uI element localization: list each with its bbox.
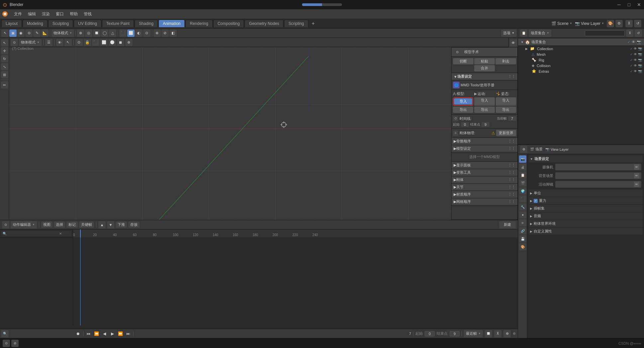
ext-eye[interactable]: 👁 (634, 69, 637, 73)
sync-dropdown[interactable]: 最近帧 ▼ (464, 330, 483, 337)
motion-import-btn[interactable]: 导入 (474, 97, 494, 106)
tab-uv-editing[interactable]: UV Editing (74, 20, 101, 27)
outliner-search-input[interactable] (585, 30, 625, 36)
mat2-icon[interactable]: ⬜ (100, 39, 108, 46)
sync-icon[interactable]: ↺ (634, 20, 641, 27)
cursor-tool-icon[interactable]: ↖ (1, 30, 9, 37)
props-world-icon[interactable]: 🌍 (519, 187, 526, 195)
tl-snap-icon[interactable]: 🔲 (485, 330, 492, 337)
clip-value[interactable]: ✏ (555, 181, 641, 188)
tl-new-icon[interactable]: 新建 (499, 221, 516, 228)
track-body[interactable] (73, 237, 518, 325)
col-cam[interactable]: 📷 (638, 64, 642, 67)
tl-search-icon[interactable]: 🔍 (1, 330, 9, 337)
sc-eye-icon[interactable]: 👁 (632, 40, 635, 44)
rig-cam[interactable]: 📷 (638, 58, 642, 62)
viewlayer-selector[interactable]: 📷 View Layer ▼ (575, 21, 604, 26)
props-physics-icon[interactable]: ⚛ (519, 219, 526, 226)
tab-texture-paint[interactable]: Texture Paint (102, 20, 134, 27)
xray-icon[interactable]: ◧ (169, 30, 177, 37)
tl-up-icon[interactable]: ▲ (98, 221, 106, 228)
unit-header[interactable]: ▶ 单位 (529, 190, 643, 197)
props-scene-icon2[interactable]: 🎬 (519, 179, 526, 187)
outliner-item-collection[interactable]: ▶ 📁 Collection ✓ 👁 📷 (518, 46, 644, 51)
rendered-icon[interactable]: ⊙ (143, 30, 151, 37)
mesh-cam[interactable]: 📷 (638, 52, 642, 56)
bone-order-header[interactable]: ▶ 骨骼顺序 ⋮⋮ (452, 138, 517, 145)
paste-btn[interactable]: 粘贴 (474, 58, 495, 64)
props-material-icon[interactable]: 🎨 (519, 243, 526, 250)
col-eye[interactable]: 👁 (634, 64, 637, 67)
props-particles-icon[interactable]: ✦ (519, 211, 526, 218)
pose-export-btn[interactable]: 导出 (496, 107, 516, 113)
cut-btn[interactable]: 切断 (453, 58, 474, 64)
tab-layout[interactable]: Layout (1, 20, 22, 27)
menu-window[interactable]: 窗口 (53, 11, 66, 18)
viewport-3d-canvas[interactable]: 用户透视 (7) Collection (9, 38, 508, 220)
start-frame-input[interactable] (425, 331, 435, 336)
props-output-icon[interactable]: 🖨 (519, 163, 526, 171)
props-mode-icon[interactable]: ⚙ (520, 146, 527, 153)
timeline-search-input[interactable] (8, 231, 58, 235)
tab-compositing[interactable]: Compositing (213, 20, 244, 27)
tl-keyframe-btn[interactable]: 关键帧 (79, 221, 94, 228)
falloff-icon[interactable]: △ (109, 30, 116, 37)
rig-eye[interactable]: 👁 (634, 58, 637, 62)
outliner-mode-dropdown[interactable]: 场景集合 ▼ (529, 30, 551, 37)
prev-frame-btn[interactable]: ◀ (101, 331, 107, 337)
cf-value[interactable]: 7 (508, 116, 516, 121)
tab-modeling[interactable]: Modeling (23, 20, 48, 27)
props-data-icon[interactable]: 💾 (519, 235, 526, 242)
scale-icon[interactable]: ⤡ (1, 63, 8, 70)
props-constraints-icon[interactable]: 🔗 (519, 227, 526, 234)
close-button[interactable]: ✕ (637, 2, 641, 7)
custom-props-header[interactable]: ▶ 自定义属性 (529, 228, 643, 235)
lock-icon[interactable]: 🔒 (84, 39, 91, 46)
pivot-icon[interactable]: ◎ (85, 30, 92, 37)
outliner-item-mesh[interactable]: △ Mesh ✓ 👁 📷 (518, 51, 644, 57)
rigid-header[interactable]: ▶ 刚体 ⋮⋮ (452, 176, 517, 184)
outliner-item-collision[interactable]: ◆ Collision ✓ 👁 📷 (518, 63, 644, 68)
ext-cam[interactable]: 📷 (638, 69, 642, 73)
move-icon[interactable]: ✛ (1, 47, 8, 54)
delete-btn[interactable]: 剥去 (495, 58, 516, 64)
ol-sync-icon[interactable]: ↺ (635, 30, 642, 37)
clip-edit-icon[interactable]: ✏ (634, 182, 639, 187)
merge-btn[interactable]: 合并 (474, 65, 495, 71)
ol-filter-icon[interactable]: ⊼ (626, 30, 633, 37)
prev-keyframe-btn[interactable]: ⏪ (93, 331, 99, 337)
render-engine-icon[interactable]: 🎨 (607, 20, 614, 27)
props-render-icon[interactable]: 📷 (519, 155, 526, 163)
update-world-btn[interactable]: 更新世界 (496, 130, 516, 136)
menu-help[interactable]: 帮助 (67, 11, 80, 18)
overlay-icon[interactable]: ⊘ (161, 30, 169, 37)
gizmo-icon[interactable]: ⊗ (154, 30, 161, 37)
props-vl-selector[interactable]: 📷 View Layer (545, 147, 569, 151)
scene-setting-header[interactable]: ▼ 场景设定 ⋮⋮ (452, 73, 517, 80)
minimize-button[interactable]: ─ (617, 2, 621, 7)
select-circle-icon[interactable]: ◉ (17, 30, 25, 37)
coll-eye[interactable]: 👁 (634, 47, 637, 50)
outliner-icon[interactable]: 📋 (520, 30, 527, 37)
cursor-icon[interactable]: ↖ (1, 39, 8, 46)
camera-persp-icon[interactable]: 👁 (510, 39, 517, 46)
props-modifier-icon[interactable]: 🔧 (519, 203, 526, 211)
select-lasso-icon[interactable]: ⊝ (25, 30, 33, 37)
audio-header[interactable]: ▶ 音频 (529, 213, 643, 219)
outliner-item-extras[interactable]: ⭐ Extras ✓ 👁 📷 (518, 68, 644, 74)
tl-save-btn[interactable]: 存放 (128, 221, 140, 228)
props-object-icon[interactable]: ⬛ (519, 195, 526, 203)
joint-header[interactable]: ▶ 关节 ⋮⋮ (452, 184, 517, 191)
model-export-btn[interactable]: 导出 (453, 107, 473, 113)
props-view-layer-icon[interactable]: 📋 (519, 171, 526, 179)
bg-edit-icon[interactable]: ✏ (634, 173, 639, 178)
col-check[interactable]: ✓ (630, 64, 633, 67)
tl-push-btn[interactable]: 下推 (116, 221, 127, 228)
scene-selector[interactable]: 🎬 Scene ▼ (551, 21, 572, 26)
hide-icon[interactable]: ⊙ (75, 39, 83, 46)
tab-scripting[interactable]: Scripting (284, 20, 308, 27)
tab-geometry-nodes[interactable]: Geometry Nodes (245, 20, 283, 27)
object-mode-dropdown[interactable]: 物体模式 ▼ (19, 39, 42, 46)
play-btn[interactable]: ▶ (109, 331, 115, 337)
ext-check[interactable]: ✓ (630, 69, 633, 73)
